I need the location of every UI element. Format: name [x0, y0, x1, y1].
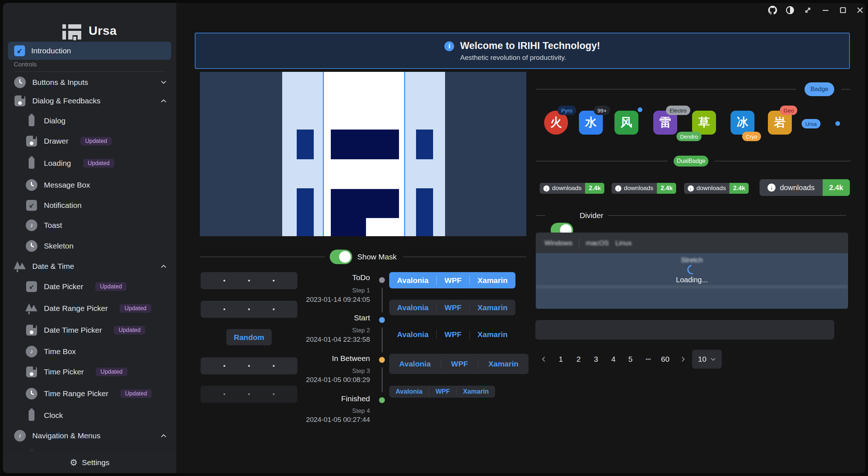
timeline-connector — [382, 368, 383, 392]
pagination-next-button[interactable] — [676, 350, 690, 369]
chevron-down-icon — [710, 356, 716, 362]
timeline-step-title: ToDo — [254, 273, 370, 282]
avalonia-button[interactable]: Avalonia — [394, 330, 432, 339]
timeline-step-time: 2024-01-05 00:08:29 — [254, 376, 370, 384]
updated-badge: Updated — [120, 389, 152, 398]
wpf-button[interactable]: WPF — [432, 388, 454, 395]
sidebar-item-dialog-feedbacks[interactable]: Dialog & Feedbacks — [3, 92, 176, 110]
timeline-connector — [382, 288, 383, 312]
wpf-button[interactable]: WPF — [441, 303, 465, 312]
xamarin-button[interactable]: Xamarin — [485, 360, 522, 368]
ursa-badge: Ursa — [802, 119, 820, 128]
wpf-button[interactable]: WPF — [441, 276, 465, 285]
expand-icon — [804, 6, 812, 14]
divider-line — [403, 257, 526, 257]
cryo-icon: 冰 — [731, 111, 754, 135]
download-icon: ↓ — [543, 185, 550, 192]
github-button[interactable] — [767, 5, 778, 15]
pagination-page-60[interactable]: 60 — [659, 350, 672, 369]
chevron-down-icon[interactable] — [160, 79, 167, 86]
sidebar-item-notification[interactable]: ↙ Notification — [3, 197, 176, 214]
app-logo-row: Ursa — [3, 20, 176, 41]
sidebar-item-time-range-picker[interactable]: Time Range Picker Updated — [3, 385, 176, 402]
pagination-page-1[interactable]: 1 — [554, 350, 567, 369]
chevron-up-icon[interactable] — [160, 263, 167, 270]
pagination-prev-button[interactable] — [537, 350, 550, 369]
mask-edge-line — [323, 72, 324, 236]
close-button[interactable] — [855, 5, 865, 15]
xamarin-button[interactable]: Xamarin — [474, 276, 511, 285]
avalonia-button[interactable]: Avalonia — [394, 303, 432, 312]
tab-windows[interactable]: Windows — [544, 239, 572, 247]
sidebar-item-introduction[interactable]: ↙ Introduction — [8, 42, 171, 60]
sidebar-item-time-picker[interactable]: Time Picker Updated — [3, 363, 176, 381]
trees-icon — [25, 302, 38, 315]
divider-toggle-label: Divider — [580, 211, 603, 220]
wpf-button[interactable]: WPF — [441, 330, 465, 339]
xamarin-button[interactable]: Xamarin — [474, 303, 511, 312]
loading-label: Loading... — [536, 276, 848, 284]
tab-linux[interactable]: Linux — [615, 239, 632, 247]
pagination-page-5[interactable]: 5 — [624, 350, 637, 369]
downloads-badge: ↓downloads 2.4k — [684, 183, 749, 194]
sidebar-item-message-box[interactable]: Message Box — [3, 176, 176, 194]
updated-badge: Updated — [96, 368, 127, 376]
downloads-badge: ↓downloads 2.4k — [540, 183, 604, 194]
page-size-select[interactable]: 10 — [692, 350, 722, 369]
sidebar-item-dialog[interactable]: Dialog — [3, 112, 176, 130]
floppy-icon — [25, 135, 38, 147]
fullscreen-button[interactable] — [802, 5, 813, 15]
sidebar-item-date-range-picker[interactable]: Date Range Picker Updated — [3, 300, 176, 317]
pagination-page-4[interactable]: 4 — [607, 350, 620, 369]
show-mask-toggle[interactable] — [330, 250, 352, 264]
music-note-icon: ♪ — [25, 219, 38, 231]
minimize-icon — [822, 6, 830, 14]
tab-macos[interactable]: macOS — [586, 239, 609, 247]
xamarin-button[interactable]: Xamarin — [459, 388, 492, 395]
battery-icon — [25, 115, 38, 127]
divider-line — [536, 161, 667, 161]
chevron-up-icon[interactable] — [160, 98, 167, 104]
sidebar-item-navigation-menus[interactable]: ♪ Navigation & Menus — [3, 427, 176, 444]
downloads-badge-large: ↓downloads 2.4k — [760, 179, 850, 196]
timeline-dot-inbetween — [379, 357, 385, 363]
pagination-page-2[interactable]: 2 — [572, 350, 585, 369]
theme-toggle-button[interactable] — [785, 5, 795, 15]
timeline-connector — [382, 328, 383, 352]
timeline-step-label: Step 4 — [254, 407, 370, 415]
floppy-icon — [14, 95, 26, 107]
sidebar-item-skeleton[interactable]: Skeleton — [3, 237, 176, 255]
dualbadge-section-label: DualBadge — [674, 156, 708, 167]
sidebar-item-date-time[interactable]: Date & Time — [3, 258, 176, 275]
wpf-button[interactable]: WPF — [448, 360, 472, 368]
sidebar-item-loading[interactable]: Loading Updated — [3, 155, 176, 172]
sidebar-item-clock[interactable]: Clock — [3, 407, 176, 424]
sidebar-item-buttons-inputs[interactable]: Buttons & Inputs — [3, 74, 176, 91]
xamarin-button[interactable]: Xamarin — [474, 330, 511, 339]
empty-input-panel[interactable] — [535, 320, 834, 340]
avalonia-button[interactable]: Avalonia — [396, 360, 435, 368]
timeline-step-time: 2024-01-04 22:32:58 — [254, 336, 370, 344]
avalonia-button[interactable]: Avalonia — [392, 388, 426, 395]
sidebar-item-date-time-picker[interactable]: Date Time Picker Updated — [3, 321, 176, 339]
clock-icon — [25, 179, 38, 191]
timeline-dot-finished — [379, 397, 385, 403]
sidebar-item-drawer[interactable]: Drawer Updated — [3, 132, 176, 150]
avalonia-button[interactable]: Avalonia — [394, 276, 432, 285]
sidebar-item-time-box[interactable]: ♪ Time Box — [3, 343, 176, 360]
pagination-page-3[interactable]: 3 — [589, 350, 602, 369]
timeline-step-time: 2023-01-14 09:24:05 — [254, 296, 370, 304]
button-group-large: Avalonia WPF Xamarin — [389, 354, 528, 374]
download-icon: ↓ — [768, 184, 776, 192]
pagination-ellipsis: ••• — [642, 350, 655, 369]
chevron-right-icon — [680, 356, 686, 362]
sidebar-item-toast[interactable]: ♪ Toast — [3, 217, 176, 234]
updated-badge: Updated — [114, 326, 145, 335]
geo-badge: Geo — [780, 106, 797, 115]
minimize-button[interactable] — [820, 5, 831, 15]
settings-button[interactable]: ⚙ Settings — [3, 452, 176, 473]
maximize-button[interactable] — [838, 5, 848, 15]
sidebar-item-date-picker[interactable]: ↙ Date Picker Updated — [3, 278, 176, 295]
chevron-up-icon[interactable] — [160, 432, 167, 439]
app-window: Ursa ↙ Introduction Controls Buttons & I… — [0, 0, 868, 476]
